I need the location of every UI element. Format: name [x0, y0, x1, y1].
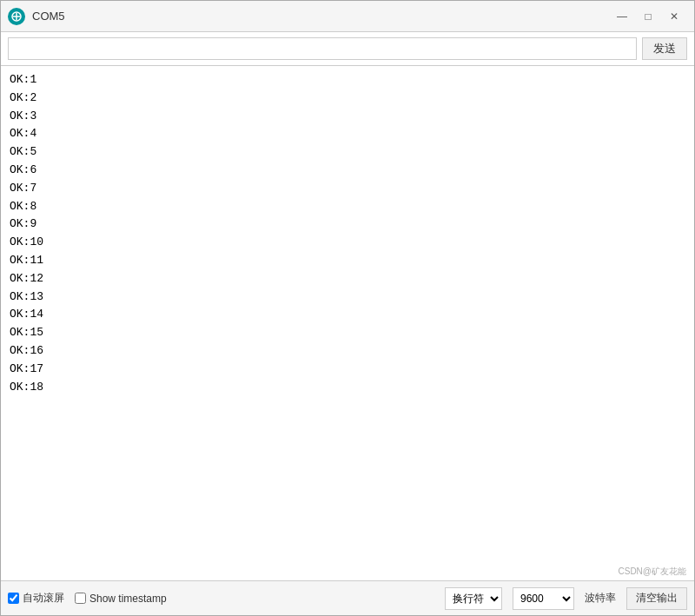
output-line: OK:9 [10, 215, 685, 234]
timestamp-checkbox-label[interactable]: Show timestamp [75, 593, 167, 605]
window-title: COM5 [32, 10, 609, 23]
title-bar: COM5 — □ ✕ [1, 1, 694, 32]
serial-input[interactable] [8, 37, 637, 60]
status-bar: 自动滚屏 Show timestamp 换行符 无行尾 换行 回车 300 12… [1, 580, 694, 615]
newline-select[interactable]: 换行符 无行尾 换行 回车 [445, 587, 502, 610]
output-line: OK:15 [10, 324, 685, 342]
output-line: OK:8 [10, 198, 685, 216]
output-line: OK:13 [10, 288, 685, 307]
serial-monitor-window: COM5 — □ ✕ 发送 OK:1OK:2OK:3OK:4OK:5OK:6OK… [0, 0, 695, 616]
send-button[interactable]: 发送 [642, 37, 687, 60]
clear-button[interactable]: 清空输出 [626, 587, 687, 610]
maximize-button[interactable]: □ [635, 4, 661, 29]
output-line: OK:14 [10, 306, 685, 324]
serial-output: OK:1OK:2OK:3OK:4OK:5OK:6OK:7OK:8OK:9OK:1… [1, 66, 694, 580]
output-line: OK:6 [10, 162, 685, 180]
minimize-button[interactable]: — [609, 4, 635, 29]
timestamp-checkbox[interactable] [75, 593, 86, 604]
baud-select[interactable]: 300 1200 2400 4800 9600 19200 38400 5760… [513, 587, 574, 610]
output-line: OK:12 [10, 270, 685, 288]
output-line: OK:5 [10, 143, 685, 162]
window-controls: — □ ✕ [609, 4, 687, 29]
output-line: OK:4 [10, 125, 685, 143]
input-bar: 发送 [1, 32, 694, 66]
app-icon [8, 8, 25, 25]
output-line: OK:1 [10, 71, 685, 89]
output-line: OK:16 [10, 342, 685, 361]
output-line: OK:10 [10, 234, 685, 252]
timestamp-label: Show timestamp [89, 593, 167, 605]
output-line: OK:11 [10, 252, 685, 270]
close-button[interactable]: ✕ [661, 4, 687, 29]
autoscroll-label: 自动滚屏 [23, 591, 64, 606]
output-line: OK:3 [10, 108, 685, 126]
output-line: OK:18 [10, 379, 685, 397]
output-line: OK:17 [10, 361, 685, 379]
autoscroll-checkbox-label[interactable]: 自动滚屏 [8, 591, 64, 606]
output-line: OK:2 [10, 89, 685, 108]
output-line: OK:7 [10, 180, 685, 198]
baud-label: 波特率 [585, 591, 616, 606]
autoscroll-checkbox[interactable] [8, 593, 19, 604]
